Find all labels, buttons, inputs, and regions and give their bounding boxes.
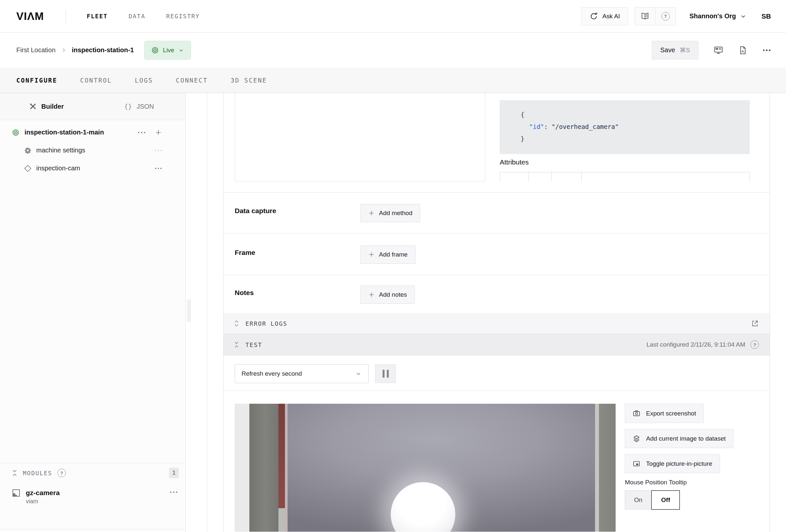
org-switcher[interactable]: Shannon's Org <box>689 13 746 20</box>
tree-row-main-part[interactable]: inspection-station-1-main <box>0 123 185 141</box>
attributes-title: Attributes <box>500 158 529 166</box>
component-diamond-icon <box>24 165 31 172</box>
attributes-table-header-row <box>500 172 750 182</box>
broadcast-icon <box>12 129 20 136</box>
tooltip-off-button[interactable]: Off <box>651 490 680 510</box>
machine-status-badge[interactable]: Live <box>144 41 191 60</box>
builder-label: Builder <box>42 103 64 110</box>
machine-report-button[interactable] <box>738 46 747 55</box>
content-left-border <box>207 93 207 532</box>
add-image-to-dataset-label: Add current image to dataset <box>646 435 725 442</box>
component-config-editor[interactable] <box>235 93 485 182</box>
refresh-rate-select[interactable]: Refresh every second <box>235 364 369 383</box>
camera-row: Export screenshot Add current image to d… <box>224 404 770 532</box>
last-configured-text: Last configured 2/11/26, 9:11:04 AM <box>647 341 745 348</box>
add-notes-label: Add notes <box>379 291 407 298</box>
module-row-gz-camera[interactable]: gz-camera viam <box>0 489 185 506</box>
more-options-icon[interactable] <box>763 49 771 51</box>
error-logs-title: ERROR LOGS <box>246 320 287 327</box>
sidebar-resize-handle[interactable] <box>188 300 191 322</box>
example-attributes-code: { "id": "/overhead_camera" } <box>500 100 750 154</box>
config-sidebar: Builder {} JSON inspection-station-1-mai… <box>0 93 186 532</box>
more-options-icon[interactable] <box>170 491 178 493</box>
viam-logo: VIΛM <box>16 10 44 23</box>
save-label: Save <box>660 46 675 54</box>
json-mode-button[interactable]: {} JSON <box>93 93 185 120</box>
book-icon <box>641 12 650 21</box>
plus-icon <box>368 251 375 258</box>
nav-item-fleet[interactable]: FLEET <box>87 13 108 20</box>
more-options-icon[interactable] <box>155 167 162 169</box>
export-screenshot-label: Export screenshot <box>646 410 696 417</box>
save-shortcut: ⌘S <box>679 46 690 54</box>
pause-icon <box>387 370 389 378</box>
machine-part-tree: inspection-station-1-main machine settin… <box>0 123 185 177</box>
nav-item-data[interactable]: DATA <box>129 13 145 20</box>
tab-configure[interactable]: CONFIGURE <box>16 77 57 84</box>
camera-scene-post-base <box>278 508 285 532</box>
modules-header[interactable]: MODULES ? 1 <box>0 468 185 478</box>
tab-control[interactable]: CONTROL <box>80 77 112 84</box>
machine-page-button[interactable] <box>714 45 723 55</box>
attributes-table-cell <box>552 172 582 182</box>
camera-stream <box>235 404 616 532</box>
help-button[interactable]: ? <box>655 7 675 25</box>
tree-row-inspection-cam[interactable]: inspection-cam <box>0 159 185 177</box>
add-notes-button[interactable]: Add notes <box>360 285 415 304</box>
docs-button[interactable] <box>635 7 655 25</box>
camera-controls: Export screenshot Add current image to d… <box>625 404 770 532</box>
external-link-icon[interactable] <box>751 320 759 327</box>
toggle-pip-button[interactable]: Toggle picture-in-picture <box>625 454 720 473</box>
add-image-to-dataset-button[interactable]: Add current image to dataset <box>625 429 734 448</box>
camera-scene-edge <box>285 404 287 532</box>
ask-ai-sparkle-icon <box>590 12 598 21</box>
tab-connect[interactable]: CONNECT <box>176 77 208 84</box>
help-group: ? <box>634 7 676 25</box>
tooltip-on-button[interactable]: On <box>625 490 651 509</box>
layers-icon <box>632 435 641 443</box>
ask-ai-button[interactable]: Ask AI <box>581 7 628 25</box>
frame-title: Frame <box>235 249 255 257</box>
gear-icon <box>24 147 31 154</box>
chevron-down-icon <box>355 370 362 377</box>
toggle-pip-label: Toggle picture-in-picture <box>646 460 712 467</box>
ask-ai-label: Ask AI <box>602 13 620 20</box>
error-logs-bar[interactable]: ERROR LOGS <box>224 313 770 334</box>
add-method-button[interactable]: Add method <box>360 204 420 222</box>
breadcrumb-location[interactable]: First Location <box>16 46 55 54</box>
mouse-tooltip-label: Mouse Position Tooltip <box>625 479 770 486</box>
builder-mode-button[interactable]: Builder <box>0 93 93 120</box>
picture-in-picture-icon <box>632 460 641 468</box>
tree-row-machine-settings[interactable]: machine settings <box>0 141 185 159</box>
test-help-icon[interactable]: ? <box>750 341 759 349</box>
pause-icon <box>383 370 385 378</box>
attributes-table <box>500 172 750 182</box>
add-frame-button[interactable]: Add frame <box>360 246 416 264</box>
main-part-name: inspection-station-1-main <box>24 129 104 136</box>
top-nav: VIΛM FLEET DATA REGISTRY Ask AI ? Sha <box>0 0 786 33</box>
machine-tabs: CONFIGURE CONTROL LOGS CONNECT 3D SCENE <box>0 68 786 93</box>
more-options-icon[interactable] <box>138 132 145 134</box>
org-name: Shannon's Org <box>689 13 736 20</box>
test-bar[interactable]: TEST Last configured 2/11/26, 9:11:04 AM… <box>224 334 770 355</box>
modules-help-icon[interactable]: ? <box>57 469 66 477</box>
chevron-right-icon <box>61 47 67 53</box>
save-button[interactable]: Save ⌘S <box>652 41 698 60</box>
modules-title: MODULES <box>23 470 52 477</box>
test-divider <box>224 390 770 391</box>
attributes-table-cell <box>529 172 552 182</box>
primary-nav: FLEET DATA REGISTRY <box>87 13 200 20</box>
nav-item-registry[interactable]: REGISTRY <box>166 13 200 20</box>
tab-logs[interactable]: LOGS <box>135 77 153 84</box>
chevron-down-icon <box>178 47 184 53</box>
code-line: "id": "/overhead_camera" <box>521 121 750 133</box>
expand-icon <box>234 320 239 327</box>
export-screenshot-button[interactable]: Export screenshot <box>625 404 704 423</box>
pause-refresh-button[interactable] <box>375 364 396 383</box>
broadcast-icon <box>151 46 159 54</box>
camera-scene-red-post <box>278 404 285 508</box>
tab-3d-scene[interactable]: 3D SCENE <box>230 77 267 84</box>
more-options-icon[interactable] <box>155 149 162 152</box>
avatar[interactable]: SB <box>762 13 771 20</box>
add-component-icon[interactable] <box>155 129 162 136</box>
